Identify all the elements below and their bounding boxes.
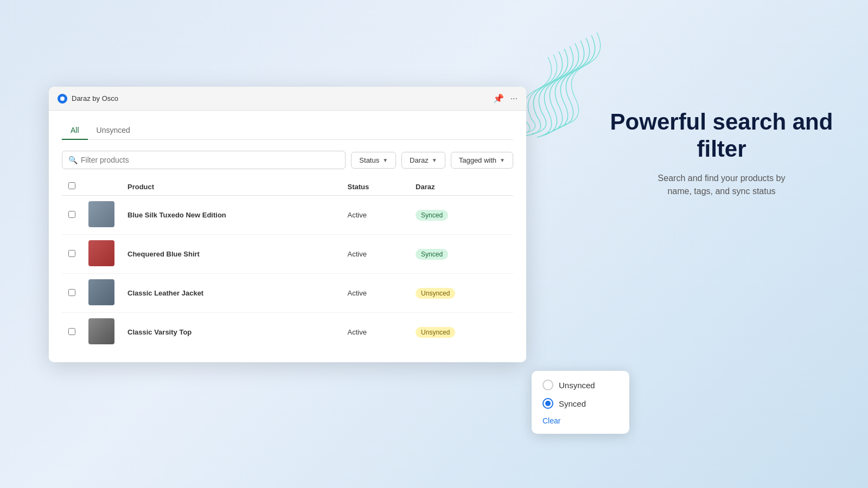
row-checkbox-cell — [62, 274, 82, 313]
row-product-name: Blue Silk Tuxedo New Edition — [121, 196, 341, 235]
row-product-name: Chequered Blue Shirt — [121, 235, 341, 274]
clear-link[interactable]: Clear — [542, 416, 618, 425]
headline: Powerful search andfilter — [608, 108, 835, 163]
daraz-badge: Unsynced — [416, 288, 455, 299]
row-checkbox-cell — [62, 196, 82, 235]
product-table: Product Status Daraz Blue Silk Tuxedo Ne… — [62, 178, 513, 351]
row-checkbox-cell — [62, 313, 82, 352]
product-image — [88, 279, 114, 305]
daraz-badge: Unsynced — [416, 327, 455, 338]
th-image — [82, 178, 121, 196]
th-product: Product — [121, 178, 341, 196]
tab-all[interactable]: All — [62, 121, 88, 140]
app-window: Daraz by Osco 📌 ··· All Unsynced 🔍 Statu… — [49, 87, 526, 362]
filter-popup: Unsynced Synced Clear — [532, 371, 629, 434]
select-all-checkbox[interactable] — [68, 182, 75, 189]
tab-unsynced[interactable]: Unsynced — [88, 121, 139, 140]
table-row: Classic Leather Jacket Active Unsynced — [62, 274, 513, 313]
row-daraz-badge: Synced — [409, 235, 513, 274]
row-img-cell — [82, 235, 121, 274]
row-daraz-badge: Unsynced — [409, 313, 513, 352]
product-image — [88, 240, 114, 266]
product-image — [88, 201, 114, 227]
title-bar: Daraz by Osco 📌 ··· — [49, 87, 526, 111]
row-status: Active — [341, 274, 410, 313]
row-status: Active — [341, 196, 410, 235]
radio-label-synced: Synced — [559, 399, 586, 408]
row-checkbox[interactable] — [68, 289, 75, 296]
title-bar-actions: 📌 ··· — [493, 93, 518, 104]
main-content: All Unsynced 🔍 Status ▼ Daraz ▼ Tagged w… — [49, 111, 526, 362]
tagged-filter-btn[interactable]: Tagged with ▼ — [451, 152, 513, 169]
radio-synced[interactable]: Synced — [542, 398, 618, 409]
row-img-cell — [82, 274, 121, 313]
daraz-filter-btn[interactable]: Daraz ▼ — [401, 152, 445, 169]
subheadline: Search and find your products byname, ta… — [608, 172, 835, 198]
row-status: Active — [341, 313, 410, 352]
pin-icon[interactable]: 📌 — [493, 93, 504, 104]
row-status: Active — [341, 235, 410, 274]
row-img-cell — [82, 196, 121, 235]
row-daraz-badge: Synced — [409, 196, 513, 235]
search-wrapper: 🔍 — [62, 151, 346, 169]
row-checkbox-cell — [62, 235, 82, 274]
th-daraz: Daraz — [409, 178, 513, 196]
chevron-down-icon: ▼ — [382, 157, 388, 163]
radio-outer-unsynced — [542, 380, 553, 390]
right-panel: Powerful search andfilter Search and fin… — [608, 108, 835, 198]
status-filter-btn[interactable]: Status ▼ — [351, 152, 396, 169]
row-checkbox[interactable] — [68, 328, 75, 335]
th-checkbox — [62, 178, 82, 196]
row-img-cell — [82, 313, 121, 352]
radio-outer-synced — [542, 398, 553, 409]
row-product-name: Classic Varsity Top — [121, 313, 341, 352]
radio-inner-synced — [545, 401, 551, 406]
title-bar-left: Daraz by Osco — [58, 94, 118, 104]
radio-unsynced[interactable]: Unsynced — [542, 380, 618, 390]
tabs-container: All Unsynced — [62, 121, 513, 140]
table-row: Chequered Blue Shirt Active Synced — [62, 235, 513, 274]
app-title: Daraz by Osco — [72, 94, 118, 102]
table-row: Classic Varsity Top Active Unsynced — [62, 313, 513, 352]
radio-label-unsynced: Unsynced — [559, 381, 595, 390]
row-checkbox[interactable] — [68, 211, 75, 218]
row-daraz-badge: Unsynced — [409, 274, 513, 313]
more-icon[interactable]: ··· — [510, 94, 518, 104]
search-icon: 🔍 — [68, 156, 78, 164]
chevron-down-icon: ▼ — [500, 157, 505, 163]
row-product-name: Classic Leather Jacket — [121, 274, 341, 313]
daraz-badge: Synced — [416, 210, 448, 221]
app-icon — [58, 94, 67, 104]
search-input[interactable] — [62, 151, 346, 169]
product-image — [88, 318, 114, 344]
chevron-down-icon: ▼ — [432, 157, 437, 163]
table-row: Blue Silk Tuxedo New Edition Active Sync… — [62, 196, 513, 235]
row-checkbox[interactable] — [68, 250, 75, 257]
filter-bar: 🔍 Status ▼ Daraz ▼ Tagged with ▼ — [62, 151, 513, 169]
daraz-badge: Synced — [416, 249, 448, 260]
th-status: Status — [341, 178, 410, 196]
